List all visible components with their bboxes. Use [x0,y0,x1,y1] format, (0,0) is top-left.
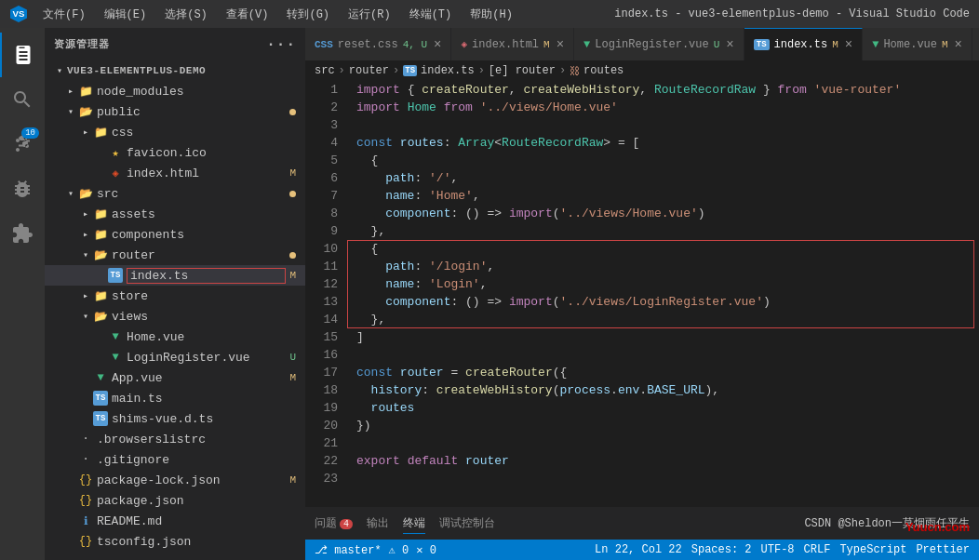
code-editor: 1234567891011121314151617181920212223 im… [305,81,979,507]
chevron-right-icon: ▸ [78,288,93,303]
vue-icon: ▼ [108,350,123,365]
tab-close-icon[interactable]: × [726,37,733,52]
file-icon: · [78,432,93,447]
panel-tab-problems[interactable]: 问题4 [315,513,353,534]
breadcrumb-router[interactable]: router [349,64,389,77]
chevron-down-icon: ▾ [78,309,93,324]
activity-extensions[interactable] [0,211,45,256]
tree-item-package-json[interactable]: {} package.json [45,490,305,511]
sidebar-tree: ▾ VUE3-ELEMENTPLUS-DEMO ▸ 📁 node_modules… [45,60,305,560]
tab-reset-css[interactable]: CSS reset.css 4, U × [305,28,451,60]
breadcrumb-e-router[interactable]: [e] router [489,64,556,77]
tab-close-icon[interactable]: × [955,37,962,52]
folder-icon: 📁 [93,125,108,140]
breadcrumb-src[interactable]: src [315,64,335,77]
editor-area: CSS reset.css 4, U × ◈ index.html M × ▼ … [305,28,979,560]
activity-search[interactable] [0,77,45,122]
cursor-position[interactable]: Ln 22, Col 22 [595,543,682,556]
line-ending[interactable]: CRLF [804,543,831,556]
chevron-down-icon: ▾ [52,63,67,78]
window-title: index.ts - vue3-elementplus-demo - Visua… [614,7,970,20]
tree-item-index-ts[interactable]: TS index.ts M [45,265,305,286]
status-right: Ln 22, Col 22 Spaces: 2 UTF-8 CRLF TypeS… [595,543,970,556]
tree-item-package-lock[interactable]: {} package-lock.json M [45,470,305,490]
tree-item-store[interactable]: ▸ 📁 store [45,286,305,306]
spaces[interactable]: Spaces: 2 [691,543,752,556]
menu-edit[interactable]: 编辑(E) [99,5,153,24]
tree-item-assets[interactable]: ▸ 📁 assets [45,204,305,224]
menu-terminal[interactable]: 终端(T) [404,5,458,24]
menu-goto[interactable]: 转到(G) [281,5,335,24]
chevron-down-icon: ▾ [78,247,93,262]
tree-item-index-html[interactable]: ◈ index.html M [45,163,305,183]
star-icon: ★ [108,145,123,160]
git-branch[interactable]: ⎇ master* [315,543,382,557]
code-content[interactable]: import { createRouter, createWebHistory,… [347,81,979,507]
menu-run[interactable]: 运行(R) [342,5,396,24]
sidebar-header: 资源管理器 ··· [45,28,305,60]
activity-debug[interactable] [0,167,45,211]
activity-explorer[interactable] [0,33,45,77]
project-root[interactable]: ▾ VUE3-ELEMENTPLUS-DEMO [45,60,305,81]
tab-close-icon[interactable]: × [845,37,852,52]
tree-item-css[interactable]: ▸ 📁 css [45,122,305,142]
app-logo: VS [9,5,28,23]
activity-source-control[interactable]: 10 [0,122,45,167]
tree-item-app-vue[interactable]: ▼ App.vue M [45,367,305,388]
tree-item-main-ts[interactable]: TS main.ts [45,388,305,408]
panel-tab-terminal[interactable]: 终端 [403,513,425,534]
tab-home-vue[interactable]: ▼ Home.vue M × [863,28,972,60]
tree-item-tsconfig[interactable]: {} tsconfig.json [45,531,305,552]
tree-item-readme[interactable]: ℹ README.md [45,511,305,531]
panel-tab-output[interactable]: 输出 [367,513,389,534]
vue-file-icon: ▼ [872,38,878,51]
html-icon: ◈ [108,166,123,180]
menu-help[interactable]: 帮助(H) [464,5,518,24]
status-bar: ⎇ master* ⚠ 0 ✕ 0 Ln 22, Col 22 Spaces: … [305,540,979,560]
tab-close-icon[interactable]: × [434,37,441,52]
tab-index-html[interactable]: ◈ index.html M × [451,28,574,60]
language[interactable]: TypeScript [839,543,906,556]
sidebar-menu-icon[interactable]: ··· [266,36,296,53]
panel-tab-debug[interactable]: 调试控制台 [439,513,495,534]
chevron-down-icon: ▾ [63,104,78,119]
tab-login-register[interactable]: ▼ LoginRegister.vue U × [574,28,744,60]
tree-item-router[interactable]: ▾ 📂 router [45,245,305,265]
vue-icon: ▼ [108,329,123,344]
html-file-icon: ◈ [461,38,467,50]
encoding[interactable]: UTF-8 [761,543,795,556]
tree-item-home-vue[interactable]: ▼ Home.vue [45,327,305,347]
typescript-icon: TS [93,391,108,406]
sidebar: 资源管理器 ··· ▾ VUE3-ELEMENTPLUS-DEMO ▸ 📁 no… [45,28,305,560]
vue-icon: ▼ [93,370,108,385]
tree-item-favicon[interactable]: ★ favicon.ico [45,142,305,163]
tree-item-gitignore[interactable]: · .gitignore [45,449,305,470]
tree-item-src[interactable]: ▾ 📂 src [45,183,305,204]
tab-index-ts[interactable]: TS index.ts M × [744,28,863,60]
folder-open-icon: 📂 [93,247,108,262]
breadcrumb-routes[interactable]: routes [583,64,624,77]
tree-item-shims[interactable]: TS shims-vue.d.ts [45,408,305,429]
menu-select[interactable]: 选择(S) [159,5,213,24]
tree-item-views[interactable]: ▾ 📂 views [45,306,305,327]
warning-count[interactable]: ✕ 0 [416,543,436,557]
tree-item-public[interactable]: ▾ 📂 public [45,101,305,122]
watermark: Yuucn.com [905,520,970,534]
menu-file[interactable]: 文件(F) [37,5,91,24]
svg-text:VS: VS [13,8,25,19]
tree-item-browserslistrc[interactable]: · .browserslistrc [45,429,305,449]
error-count[interactable]: ⚠ 0 [389,543,409,557]
formatter[interactable]: Prettier [916,543,970,556]
breadcrumb-indexts[interactable]: index.ts [421,64,475,77]
tabs-bar: CSS reset.css 4, U × ◈ index.html M × ▼ … [305,28,979,60]
chevron-down-icon: ▾ [63,186,78,201]
menu-view[interactable]: 查看(V) [221,5,275,24]
tree-item-components[interactable]: ▸ 📁 components [45,224,305,245]
routes-icon: ⛓ [570,65,580,77]
tab-close-icon[interactable]: × [557,37,564,52]
status-left: ⎇ master* ⚠ 0 ✕ 0 [315,543,436,557]
json-icon: {} [78,493,93,508]
tree-item-node-modules[interactable]: ▸ 📁 node_modules [45,81,305,101]
menu-bar[interactable]: 文件(F) 编辑(E) 选择(S) 查看(V) 转到(G) 运行(R) 终端(T… [37,5,518,24]
tree-item-login-vue[interactable]: ▼ LoginRegister.vue U [45,347,305,367]
